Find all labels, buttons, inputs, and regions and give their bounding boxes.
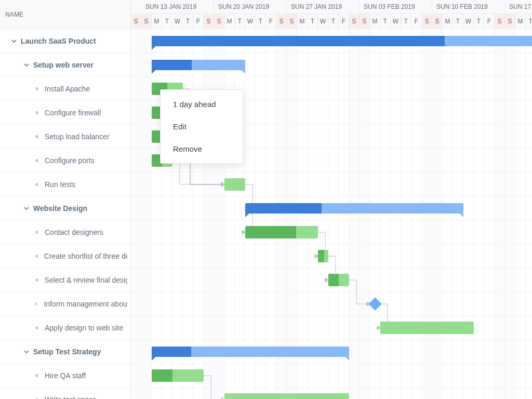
day-header: S xyxy=(276,14,287,29)
day-header: W xyxy=(172,14,183,29)
tree-row[interactable]: Write test specs xyxy=(0,388,130,399)
timeline-days-row: SSMTWTFSSMTWTFSSMTWTFSSMTWTFSSMTWTFSSMTW… xyxy=(131,14,532,29)
day-header: F xyxy=(266,14,276,29)
milestone[interactable] xyxy=(368,297,381,310)
week-header: SUN 20 JAN 2019 xyxy=(214,0,287,14)
day-header: S xyxy=(360,14,370,29)
day-header: T xyxy=(256,14,266,29)
timeline-header: SUN 13 JAN 2019SUN 20 JAN 2019SUN 27 JAN… xyxy=(131,0,532,29)
tree-row[interactable]: Run tests xyxy=(0,172,130,196)
tree-row[interactable]: Setup web server xyxy=(0,53,130,77)
bullet-icon xyxy=(35,159,38,162)
tree-label: Write test specs xyxy=(45,395,96,400)
task-bar[interactable] xyxy=(380,322,474,334)
tree-row[interactable]: Website Design xyxy=(0,196,130,220)
bullet-icon xyxy=(35,326,38,329)
day-header: F xyxy=(484,14,495,29)
day-header: M xyxy=(152,14,162,29)
bullet-icon xyxy=(35,135,38,138)
day-header: T xyxy=(401,14,411,29)
summary-bar[interactable] xyxy=(152,60,245,70)
bullet-icon xyxy=(35,87,38,90)
chevron-down-icon[interactable] xyxy=(22,204,31,213)
task-bar[interactable] xyxy=(224,393,349,399)
week-header: SUN 17 xyxy=(505,0,532,14)
tree-label: Create shortlist of three designers xyxy=(44,252,127,260)
day-header: S xyxy=(422,14,432,29)
day-header: S xyxy=(505,14,515,29)
tree-row[interactable]: Install Apache xyxy=(0,77,130,101)
summary-bar[interactable] xyxy=(245,203,463,214)
day-header: T xyxy=(183,14,193,29)
day-header: M xyxy=(515,14,526,29)
tree-label: Install Apache xyxy=(45,85,90,93)
bullet-icon xyxy=(35,183,38,186)
bullet-icon xyxy=(35,231,38,234)
chevron-down-icon[interactable] xyxy=(22,347,31,356)
summary-bar[interactable] xyxy=(152,347,349,357)
tree-label: Select & review final design xyxy=(45,276,127,284)
tree-row[interactable]: Create shortlist of three designers xyxy=(0,244,130,268)
context-menu-item[interactable]: 1 day ahead xyxy=(161,93,243,115)
gantt-panel: SUN 13 JAN 2019SUN 20 JAN 2019SUN 27 JAN… xyxy=(131,0,532,399)
timeline-weeks-row: SUN 13 JAN 2019SUN 20 JAN 2019SUN 27 JAN… xyxy=(131,0,532,14)
bullet-icon xyxy=(35,374,38,377)
day-header: S xyxy=(495,14,505,29)
tree-row[interactable]: Launch SaaS Product xyxy=(0,29,130,53)
day-header: S xyxy=(432,14,443,29)
task-tree-panel: NAME Launch SaaS ProductSetup web server… xyxy=(0,0,131,399)
tree-row[interactable]: Configure firewall xyxy=(0,101,130,125)
tree-label: Launch SaaS Product xyxy=(21,37,96,45)
task-bar[interactable] xyxy=(224,178,245,191)
week-header: SUN 10 FEB 2019 xyxy=(432,0,505,14)
bullet-icon xyxy=(35,255,38,258)
tree-row[interactable]: Setup load balancer xyxy=(0,125,130,149)
tree-row[interactable]: Select & review final design xyxy=(0,268,130,292)
day-header: S xyxy=(141,14,152,29)
day-header: T xyxy=(235,14,245,29)
task-bar[interactable] xyxy=(318,250,328,262)
tree-row[interactable]: Hire QA staff xyxy=(0,364,130,388)
tree-label: Configure firewall xyxy=(45,109,101,117)
bullet-icon xyxy=(35,111,38,114)
chevron-down-icon[interactable] xyxy=(22,60,31,70)
tree-label: Setup Test Strategy xyxy=(33,348,101,356)
day-header: T xyxy=(308,14,318,29)
tree-row[interactable]: Apply design to web site xyxy=(0,316,130,340)
day-header: W xyxy=(391,14,401,29)
day-header: M xyxy=(297,14,308,29)
week-header: SUN 13 JAN 2019 xyxy=(131,0,214,14)
context-menu-item[interactable]: Edit xyxy=(161,115,243,138)
day-header: T xyxy=(453,14,463,29)
tree-row[interactable]: Contact designers xyxy=(0,220,130,244)
day-header: M xyxy=(370,14,380,29)
tree-row[interactable]: Configure ports xyxy=(0,149,130,172)
day-header: S xyxy=(214,14,224,29)
context-menu-item[interactable]: Remove xyxy=(161,138,243,160)
day-header: S xyxy=(349,14,360,29)
tree-label: Website Design xyxy=(33,204,87,212)
day-header: M xyxy=(443,14,453,29)
gantt-bars xyxy=(131,29,532,399)
day-header: T xyxy=(526,14,532,29)
tree-row[interactable]: Inform management about decision xyxy=(0,292,130,316)
day-header: M xyxy=(224,14,235,29)
task-bar[interactable] xyxy=(328,274,349,286)
day-header: S xyxy=(131,14,141,29)
day-header: T xyxy=(380,14,391,29)
day-header: T xyxy=(328,14,339,29)
chevron-down-icon[interactable] xyxy=(9,36,19,46)
day-header: T xyxy=(162,14,172,29)
day-header: W xyxy=(318,14,328,29)
tree-label: Apply design to web site xyxy=(45,324,123,332)
context-menu[interactable]: 1 day aheadEditRemove xyxy=(160,89,243,164)
day-header: W xyxy=(245,14,256,29)
task-bar[interactable] xyxy=(245,226,318,238)
task-bar[interactable] xyxy=(152,369,204,382)
day-header: T xyxy=(474,14,484,29)
bullet-icon xyxy=(35,302,37,305)
task-tree: Launch SaaS ProductSetup web serverInsta… xyxy=(0,29,130,399)
day-header: S xyxy=(204,14,214,29)
tree-row[interactable]: Setup Test Strategy xyxy=(0,340,130,364)
summary-bar[interactable] xyxy=(152,36,532,46)
